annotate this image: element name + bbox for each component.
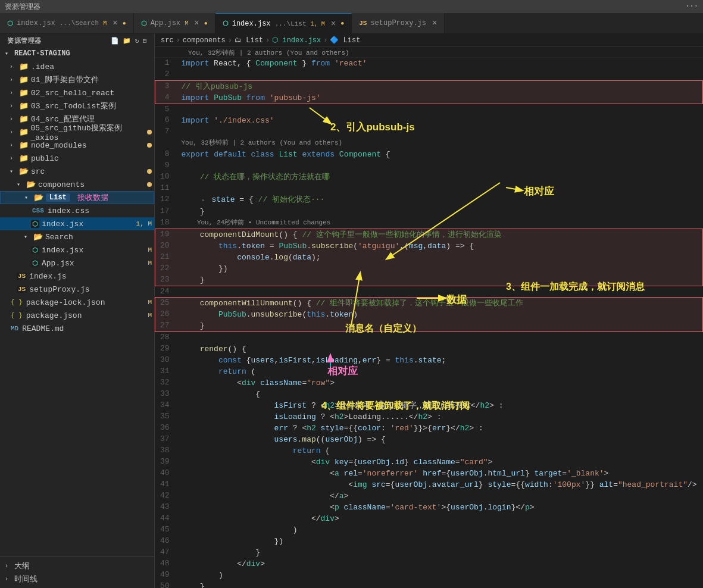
js-file-icon: JS — [17, 273, 27, 280]
fold-arrow[interactable]: ▸ — [200, 195, 207, 206]
new-folder-icon[interactable]: 📁 — [123, 37, 132, 45]
line-content[interactable] — [179, 69, 703, 80]
title-more-icon[interactable]: ··· — [685, 2, 698, 11]
sidebar-title-label: 资源管理器 — [5, 2, 40, 12]
tab-close-icon[interactable]: × — [432, 18, 437, 28]
folder-icon: 📁 — [19, 88, 29, 98]
line-content[interactable]: <div key={userObj.id} className="card"> — [179, 456, 703, 468]
line-content[interactable]: export default class List extends Compon… — [179, 149, 703, 160]
sidebar-item-index-jsx-active[interactable]: ⬡ index.jsx 1, M — [0, 217, 154, 230]
line-content[interactable]: } — [179, 206, 703, 217]
line-content[interactable]: import './index.css' — [179, 115, 703, 126]
tab-label: index.jsx ...\Search M — [17, 19, 107, 27]
sidebar-item-timeline[interactable]: › 时间线 — [0, 573, 154, 586]
sidebar-item-outline[interactable]: › 大纲 — [0, 559, 154, 573]
line-content[interactable]: import React, { Component } from 'react' — [179, 58, 703, 69]
line-content[interactable]: componentDidMount() { // 这个钩子里一般做一些初始化的事… — [179, 229, 703, 241]
line-content[interactable] — [179, 332, 703, 343]
line-content[interactable]: render() { — [179, 343, 703, 355]
line-content[interactable]: return ( — [179, 366, 703, 377]
breadcrumb-src: src — [161, 36, 174, 45]
table-row: 27 } — [155, 320, 703, 332]
line-content[interactable]: </div> — [179, 513, 703, 524]
line-content[interactable]: <a rel='noreferrer' href={userObj.html_u… — [179, 468, 703, 479]
project-root[interactable]: ▾ REACT-STAGING — [0, 47, 154, 60]
line-content[interactable]: { — [179, 389, 703, 400]
tab-setupproxy[interactable]: JS setupProxy.js × — [352, 13, 445, 33]
line-content[interactable]: users.map((userObj) => { — [179, 434, 703, 445]
sidebar-item-nodemodules[interactable]: › 📁 node_modules — [0, 139, 154, 152]
tab-close-icon[interactable]: × — [194, 18, 199, 28]
line-content[interactable] — [179, 104, 703, 115]
sidebar-item-src[interactable]: ▾ 📂 src — [0, 165, 154, 178]
line-content[interactable]: return ( — [179, 445, 703, 456]
sidebar-item-pkg[interactable]: { } package.json M — [0, 309, 154, 322]
line-content[interactable]: err ? <h2 style={{color: 'red'}}>{err}</… — [179, 423, 703, 434]
line-content[interactable]: const {users,isFirst,isLoading,err} = th… — [179, 355, 703, 366]
line-content[interactable]: isFirst ? <h2>欢迎使用，输入关键字，随后点击搜索</h2> : — [179, 400, 703, 411]
line-content[interactable]: <img src={userObj.avatar_url} style={{wi… — [179, 479, 703, 490]
collapse-icon[interactable]: ⊟ — [143, 37, 147, 45]
sidebar-item-03[interactable]: › 📁 03_src_TodoList案例 — [0, 99, 154, 112]
code-container[interactable]: 1 import React, { Component } from 'reac… — [155, 58, 703, 588]
refresh-icon[interactable]: ↻ — [135, 37, 139, 45]
sidebar-item-02[interactable]: › 📁 02_src_hello_react — [0, 86, 154, 99]
line-content[interactable]: } — [179, 320, 703, 332]
table-row: 26 PubSub.unsubscribe(this.token) — [155, 309, 703, 320]
sidebar-item-01[interactable]: › 📁 01_脚手架自带文件 — [0, 73, 154, 86]
sidebar-item-public[interactable]: › 📁 public — [0, 152, 154, 165]
tab-list-index[interactable]: ⬡ index.jsx ...\List 1, M × — [215, 13, 352, 33]
sidebar-item-pkg-lock[interactable]: { } package-lock.json M — [0, 296, 154, 309]
line-content[interactable] — [179, 160, 703, 171]
line-content[interactable]: PubSub.unsubscribe(this.token) — [179, 309, 703, 320]
line-content[interactable]: }) — [179, 536, 703, 547]
line-content[interactable]: } — [179, 547, 703, 558]
line-content[interactable]: componentWillUnmount() { // 组件即将要被卸载掉了，这… — [179, 298, 703, 309]
chevron-icon: › — [10, 64, 17, 70]
sidebar-item-05[interactable]: › 📁 05_src_github搜索案例_axios — [0, 126, 154, 139]
line-content[interactable]: // 状态在哪，操作状态的方法就在哪 — [179, 171, 703, 183]
sidebar-item-app[interactable]: ⬡ App.jsx M — [0, 257, 154, 270]
line-content[interactable]: // 引入pubsub-js — [179, 80, 703, 92]
line-content[interactable]: ) — [179, 570, 703, 581]
sidebar-item-setupproxy[interactable]: JS setupProxy.js — [0, 283, 154, 296]
sidebar-item-list[interactable]: ▾ 📂 List 接收数据 — [0, 191, 154, 204]
table-row: 24 — [155, 286, 703, 298]
sidebar-item-index-css[interactable]: CSS index.css — [0, 204, 154, 217]
sidebar-item-readme[interactable]: MD README.md — [0, 322, 154, 335]
line-content[interactable]: </div> — [179, 558, 703, 570]
line-number: 5 — [155, 104, 179, 115]
line-content[interactable]: }) — [179, 263, 703, 274]
line-content[interactable]: console.log(data); — [179, 252, 703, 263]
line-number: 30 — [155, 355, 179, 366]
chevron-icon: › — [10, 129, 17, 136]
line-content[interactable]: this.token = PubSub.subscribe('atguigu',… — [179, 240, 703, 252]
line-content[interactable]: <div className="row"> — [179, 377, 703, 389]
line-content[interactable]: } — [179, 274, 703, 286]
tab-search-index[interactable]: ⬡ index.jsx ...\Search M × — [0, 13, 134, 33]
sidebar-item-components[interactable]: ▾ 📂 components — [0, 178, 154, 191]
folder-icon: 📁 — [19, 140, 29, 150]
sidebar-item-index-js[interactable]: JS index.js — [0, 270, 154, 283]
line-content[interactable] — [179, 126, 703, 137]
line-content[interactable] — [179, 183, 703, 194]
line-content[interactable]: ▸ state = { // 初始化状态··· — [179, 194, 703, 206]
code-editor-wrapper: 1 import React, { Component } from 'reac… — [155, 58, 703, 588]
line-content[interactable]: isLoading ? <h2>Loading......</h2> : — [179, 411, 703, 423]
tab-close-icon[interactable]: × — [113, 18, 117, 28]
line-content[interactable]: ) — [179, 524, 703, 536]
line-content[interactable]: </a> — [179, 490, 703, 502]
sidebar-item-search[interactable]: ▾ 📂 Search — [0, 230, 154, 243]
line-content[interactable]: import PubSub from 'pubsub-js' — [179, 92, 703, 104]
tab-app[interactable]: ⬡ App.jsx M × — [134, 13, 215, 33]
line-content[interactable] — [179, 286, 703, 298]
sidebar-bottom: › 大纲 › 时间线 — [0, 556, 154, 588]
new-file-icon[interactable]: 📄 — [111, 37, 120, 45]
sidebar-item-idea[interactable]: › 📁 .idea — [0, 60, 154, 73]
table-row: 17 } — [155, 206, 703, 217]
line-content[interactable]: <p className='card-text'>{userObj.login}… — [179, 502, 703, 513]
js-file-icon: JS — [17, 286, 27, 293]
tab-close-icon[interactable]: × — [331, 19, 336, 29]
sidebar-item-search-index[interactable]: ⬡ index.jsx M — [0, 243, 154, 257]
line-content[interactable]: } — [179, 581, 703, 589]
